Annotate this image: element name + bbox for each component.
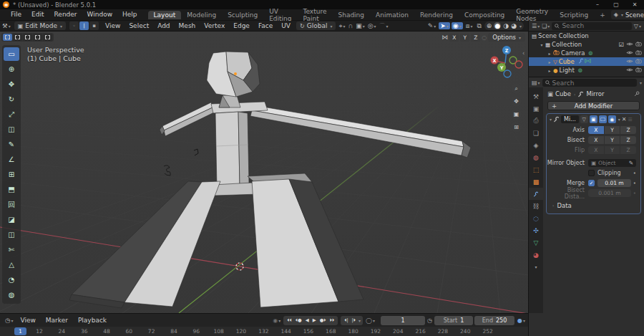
select-invert-mode[interactable] (33, 34, 42, 41)
prev-keyframe-button[interactable]: ⏴● (294, 317, 303, 323)
jump-to-end-button[interactable]: ⏵⏵ (328, 317, 336, 323)
breadcrumb-modifier[interactable]: Mirror (586, 90, 604, 97)
expand-chevron-icon[interactable]: ▸ (547, 59, 552, 64)
properties-tab-world[interactable]: ◍ (529, 151, 543, 163)
select-extend-mode[interactable] (13, 34, 22, 41)
properties-tab-overflow-chevron[interactable]: ▾ (529, 261, 543, 273)
properties-tab-modifiers[interactable] (529, 188, 543, 200)
data-chevron-icon[interactable]: › (552, 203, 554, 208)
tool-scale[interactable]: ⤢ (4, 107, 19, 121)
orientation-selector[interactable]: ↻ Global ▾ (296, 21, 336, 30)
properties-tab-constraints[interactable]: ⛓ (529, 200, 543, 212)
animate-dot-icon[interactable]: • (633, 181, 636, 186)
properties-tab-tool[interactable]: ⚒ (529, 90, 543, 102)
solid-shading-icon[interactable]: ● (494, 22, 501, 29)
snap-magnet-icon[interactable]: ∩ (347, 22, 355, 29)
merge-checkbox[interactable]: ✓ (588, 180, 595, 186)
properties-tab-output[interactable]: ⎙ (529, 115, 543, 127)
eyedropper-icon[interactable]: ✎ (629, 160, 633, 166)
mirror-x-button[interactable]: X (449, 34, 459, 42)
play-button[interactable]: ▶ (311, 317, 318, 323)
navigation-gizmo[interactable]: Z X Y (484, 43, 527, 82)
tool-cursor[interactable]: ⊕ (4, 62, 19, 76)
play-reverse-button[interactable]: ◀ (304, 317, 311, 323)
outliner-row-light[interactable]: ▸●Light◍ (529, 66, 644, 75)
filter-funnel-icon[interactable]: ▽▾ (634, 23, 641, 29)
tool-rotate[interactable]: ↻ (4, 92, 19, 106)
workspace-tab-shading[interactable]: Shading (332, 11, 370, 19)
data-section-label[interactable]: Data (557, 202, 571, 209)
xray-settings-icon[interactable]: ⧈▾ (464, 22, 474, 30)
extras-chevron-icon[interactable]: ▾ (618, 117, 620, 122)
properties-tab-data[interactable]: ▽ (529, 236, 543, 249)
outliner-row-collection[interactable]: ▾▦Collection☑ (529, 40, 644, 49)
viewport-menu-edge[interactable]: Edge (229, 22, 254, 29)
viewport-3d[interactable]: ⋈ X Y Z ◌ Options▾ User Perspective (1) … (0, 32, 528, 313)
properties-tab-physics[interactable]: ◌ (529, 212, 543, 224)
tool-extrude-region[interactable]: ⬒ (4, 183, 19, 196)
tool-knife[interactable]: ✄ (4, 243, 19, 256)
workspace-tab-layout[interactable]: Layout (148, 11, 182, 19)
tool-move[interactable]: ✥ (4, 77, 19, 91)
expand-chevron-icon[interactable]: ▸ (547, 68, 552, 73)
properties-tab-view-layer[interactable]: ❏ (529, 127, 543, 139)
workspace-tab-animation[interactable]: Animation (370, 11, 414, 19)
include-checkbox[interactable]: ☑ (619, 42, 624, 48)
axis-z-button[interactable]: Z (620, 126, 636, 134)
breadcrumb-object[interactable]: Cube (555, 90, 571, 97)
properties-tab-particles[interactable]: ✣ (529, 224, 543, 236)
tool-poly-build[interactable]: △ (4, 258, 19, 272)
workspace-tab-rendering[interactable]: Rendering (414, 11, 459, 19)
properties-tab-object-frame[interactable]: ⬚ (529, 163, 543, 176)
tool-inset-faces[interactable]: 回 (4, 198, 19, 211)
timeline-menu-marker[interactable]: Marker (41, 317, 73, 324)
eye-toggle-icon[interactable] (626, 67, 633, 74)
vertex-select-button[interactable]: ◦ (69, 21, 79, 30)
camera-toggle-icon[interactable] (635, 41, 642, 48)
frame-end-field[interactable]: End250 (474, 316, 514, 325)
scene-selector[interactable]: ◈▾ Scene ⌖ ⧉ ✕ (611, 10, 644, 19)
timeline-menu-view[interactable]: View (15, 317, 40, 324)
viewport-menu-face[interactable]: Face (254, 22, 277, 29)
expand-chevron-icon[interactable]: ▾ (540, 42, 544, 47)
prev-frame-button[interactable]: ⏴| (343, 317, 349, 323)
pan-hand-icon[interactable]: ✥ (511, 96, 522, 107)
timeline-menu-playback[interactable]: Playback (73, 317, 112, 324)
menu-render[interactable]: Render (49, 9, 82, 20)
viewport-menu-uv[interactable]: UV (277, 22, 295, 29)
current-frame-field[interactable]: 1 (381, 316, 425, 325)
frame-start-field[interactable]: Start1 (434, 316, 473, 325)
gizmo-toggle-icon[interactable]: ➤▾ (439, 22, 450, 29)
active-tool-icon[interactable]: ⚒▾ (0, 22, 13, 29)
properties-tab-scene[interactable]: ◈ (529, 139, 543, 151)
next-frame-button[interactable]: |⏵ (351, 317, 357, 323)
properties-tab-material[interactable]: ◕ (529, 249, 543, 261)
viewport-menu-mesh[interactable]: Mesh (175, 22, 200, 29)
tool-annotate[interactable]: ✎ (4, 138, 19, 151)
tool-select-box[interactable]: ▭ (4, 47, 19, 61)
axis-y-button[interactable]: Y (605, 126, 620, 134)
camera-view-icon[interactable]: ▣ (511, 109, 522, 120)
workspace-tab-[interactable]: + (594, 11, 611, 19)
rendered-shading-icon[interactable]: ◕ (511, 22, 517, 29)
outliner-row-cube[interactable]: ▸▽Cube (529, 57, 644, 66)
outliner-display-mode-icon[interactable]: ❏▾ (542, 23, 550, 29)
eye-toggle-icon[interactable] (626, 41, 633, 48)
character-mesh[interactable] (69, 52, 471, 308)
bisect-y-button[interactable]: Y (605, 136, 620, 144)
properties-tab-render[interactable]: ▣ (529, 102, 543, 115)
material-shading-icon[interactable]: ◑ (503, 22, 509, 29)
perspective-toggle-icon[interactable]: ⊞ (511, 122, 522, 133)
sidebar-collapse-arrow[interactable]: ‹ (522, 50, 525, 57)
tool-loop-cut[interactable]: ◫ (4, 228, 19, 241)
options-chevron-icon[interactable]: ▾ (640, 80, 642, 85)
menu-window[interactable]: Window (82, 9, 118, 20)
viewport-menu-view[interactable]: View (101, 22, 125, 29)
clipping-checkbox[interactable] (588, 170, 595, 176)
timeline-ruler[interactable]: 1 12243648607284961081201321441561681801… (0, 327, 528, 336)
animate-dot-icon[interactable]: • (633, 171, 636, 176)
viewport-menu-select[interactable]: Select (125, 22, 153, 29)
expand-chevron-icon[interactable]: ▸ (547, 51, 552, 56)
mesh-edit-options-icon[interactable]: ✎▾ (426, 22, 438, 29)
workspace-tab-sculpting[interactable]: Sculpting (222, 11, 263, 19)
